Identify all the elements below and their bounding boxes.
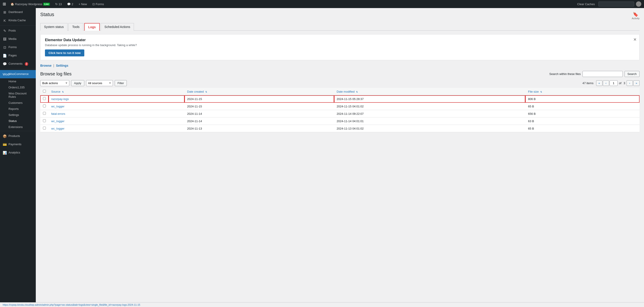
source-link[interactable]: razorpay-logs: [51, 97, 69, 101]
tab-scheduled-actions[interactable]: Scheduled Actions: [100, 23, 134, 31]
notice-description: Database update process is running in th…: [45, 43, 635, 47]
column-header-date-created[interactable]: Date created ⇅: [184, 88, 334, 95]
sort-file-size-icon: ⇅: [540, 91, 542, 93]
select-all-checkbox[interactable]: [43, 90, 46, 93]
sidebar-submenu-customers[interactable]: Customers: [0, 100, 36, 106]
sidebar-submenu-settings[interactable]: Settings: [0, 112, 36, 118]
source-link[interactable]: wc_logger: [51, 127, 64, 130]
clear-caches-button[interactable]: Clear Caches: [575, 3, 596, 6]
column-header-file-size[interactable]: File size ⇅: [525, 88, 640, 95]
sources-select[interactable]: All sources: [86, 80, 113, 86]
row-checkbox[interactable]: [43, 97, 46, 100]
wp-logo-icon[interactable]: ⊞: [3, 2, 6, 7]
sidebar-submenu-woo-discount-rules[interactable]: Woo Discount Rules: [0, 90, 36, 100]
sidebar-item-payments[interactable]: 💳 Payments: [0, 140, 36, 149]
sidebar-item-kinsta-cache[interactable]: K Kinsta Cache: [0, 16, 36, 25]
sidebar-item-woocommerce[interactable]: Woo WooCommerce: [0, 70, 36, 78]
tab-tools[interactable]: Tools: [68, 23, 84, 31]
forms-icon: ⊡: [92, 3, 95, 6]
admin-bar: ⊞ 🏠 Razorpay Wordpress Live ↻ 13 💬 2 + N…: [0, 0, 644, 8]
sidebar-item-analytics[interactable]: 📊 Analytics: [0, 149, 36, 157]
new-item[interactable]: + New: [77, 3, 89, 6]
activity-button[interactable]: 🔖 Activity: [632, 12, 640, 20]
log-files-table: Source ⇅ Date created ⇅ Date modified ⇅: [40, 88, 640, 132]
bulk-actions-select[interactable]: Bulk actions: [40, 80, 69, 86]
sidebar-item-posts[interactable]: ✎ Posts: [0, 27, 36, 35]
sidebar-submenu-orders[interactable]: Orders 1,335: [0, 84, 36, 90]
site-name-label: Razorpay Wordpress: [15, 3, 42, 6]
tabs-wrapper: System status Tools Logs Scheduled Actio…: [40, 23, 640, 31]
forms-item[interactable]: ⊡ Forms: [90, 3, 106, 6]
page-title: Status: [40, 12, 54, 18]
source-link[interactable]: wc_logger: [51, 105, 64, 108]
run-now-button[interactable]: Click here to run it now: [45, 50, 84, 56]
date-modified-cell: 2024-11-15 04:01:02: [334, 103, 526, 110]
user-avatar[interactable]: [636, 1, 641, 7]
column-header-checkbox: [40, 88, 48, 95]
sync-item[interactable]: ↻ 13: [54, 3, 64, 6]
sidebar-submenu-status[interactable]: Status: [0, 118, 36, 124]
sidebar-item-comments[interactable]: 💬 Comments 2: [0, 60, 36, 68]
sidebar-item-label: Products: [8, 134, 20, 138]
filter-button[interactable]: Filter: [115, 80, 127, 86]
pages-icon: 📄: [3, 53, 7, 58]
last-page-button[interactable]: »: [633, 80, 640, 86]
forms-icon: ⊡: [3, 45, 7, 50]
search-files-input[interactable]: [582, 71, 623, 77]
comments-item[interactable]: 💬 2: [65, 3, 75, 6]
sidebar-item-label: Media: [8, 37, 16, 41]
date-created-cell: 2024-11-13: [184, 125, 334, 132]
sidebar-submenu-extensions[interactable]: Extensions: [0, 124, 36, 130]
sidebar-item-media[interactable]: 🖼 Media: [0, 35, 36, 43]
next-page-button[interactable]: ›: [626, 80, 633, 86]
first-page-button[interactable]: «: [596, 80, 602, 86]
sub-navigation: Browse | Settings: [40, 64, 640, 67]
date-modified-cell: 2024-11-14 09:22:07: [334, 110, 526, 118]
payments-icon: 💳: [3, 142, 7, 147]
browse-title: Browse log files: [40, 71, 72, 77]
date-modified-cell: 2024-11-15 05:28:37: [334, 95, 526, 103]
row-checkbox[interactable]: [43, 112, 46, 115]
column-header-date-modified[interactable]: Date modified ⇅: [334, 88, 526, 95]
activity-label: Activity: [632, 17, 640, 20]
sync-icon: ↻: [55, 3, 58, 6]
site-name-item[interactable]: 🏠 Razorpay Wordpress Live: [9, 3, 52, 6]
sidebar-item-forms[interactable]: ⊡ Forms: [0, 43, 36, 52]
source-link[interactable]: fatal-errors: [51, 112, 65, 115]
browse-link[interactable]: Browse: [40, 64, 52, 67]
settings-link[interactable]: Settings: [56, 64, 68, 67]
sidebar-item-pages[interactable]: 📄 Pages: [0, 52, 36, 60]
date-created-cell: 2024-11-15: [184, 103, 334, 110]
prev-page-button[interactable]: ‹: [603, 80, 609, 86]
sidebar-item-products[interactable]: 📦 Products: [0, 132, 36, 140]
page-input[interactable]: [610, 80, 618, 86]
sort-date-modified-icon: ⇅: [356, 91, 358, 93]
row-checkbox[interactable]: [43, 105, 46, 107]
table-row: wc_logger 2024-11-13 2024-11-13 04:01:02…: [40, 125, 640, 132]
adminbar-search-input[interactable]: [598, 2, 634, 7]
table-row: razorpay-logs 2024-11-15 2024-11-15 05:2…: [40, 95, 640, 103]
notice-close-button[interactable]: ✕: [633, 37, 636, 42]
sidebar-submenu-home[interactable]: Home: [0, 78, 36, 84]
file-size-cell: 806 B: [525, 95, 640, 103]
search-button[interactable]: Search: [624, 71, 640, 77]
search-files-group: Search within these files Search: [550, 71, 640, 77]
comments-icon: 💬: [3, 62, 7, 66]
home-icon: 🏠: [10, 3, 14, 6]
sidebar-item-dashboard[interactable]: ⊞ Dashboard: [0, 8, 36, 16]
products-icon: 📦: [3, 134, 7, 139]
row-checkbox[interactable]: [43, 119, 46, 122]
row-checkbox[interactable]: [43, 127, 46, 130]
sidebar-item-label: Analytics: [8, 151, 20, 155]
table-row: wc_logger 2024-11-14 2024-11-14 04:01:01…: [40, 118, 640, 125]
column-header-source[interactable]: Source ⇅: [48, 88, 184, 95]
source-link[interactable]: wc_logger: [51, 120, 64, 123]
sidebar-item-label: Payments: [8, 142, 22, 146]
items-count: 47 items: [582, 82, 594, 85]
sidebar-submenu-reports[interactable]: Reports: [0, 106, 36, 112]
sidebar-item-label: Pages: [8, 54, 17, 58]
tab-system-status[interactable]: System status: [40, 23, 68, 31]
tab-logs[interactable]: Logs: [84, 23, 100, 31]
apply-button[interactable]: Apply: [71, 80, 84, 86]
sync-count: 13: [58, 3, 62, 6]
